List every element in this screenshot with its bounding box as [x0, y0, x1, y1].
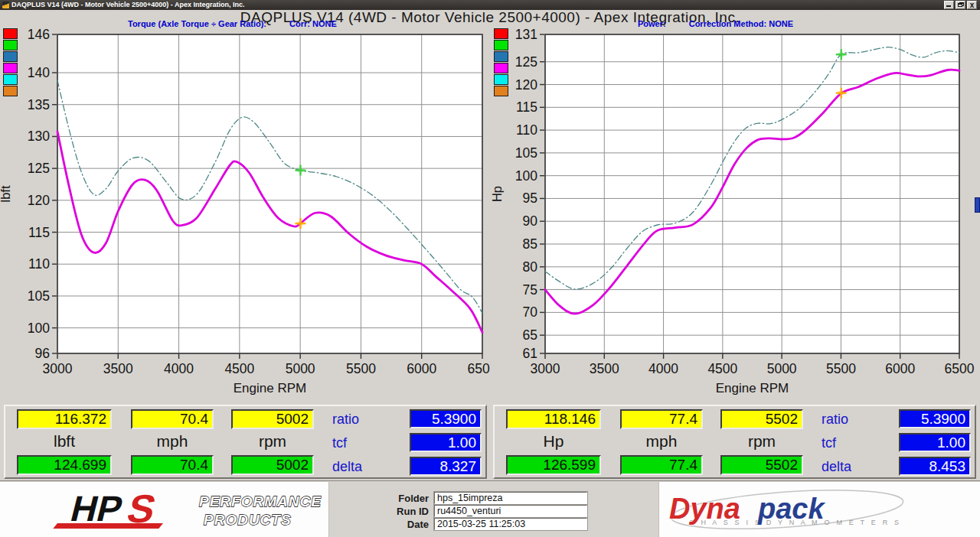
y-tick-label: 110: [28, 256, 50, 272]
x-tick-label: 4000: [648, 361, 678, 376]
y-tick-label: 125: [515, 54, 537, 70]
close-button[interactable]: x: [967, 1, 977, 9]
run-id-label: Run ID: [354, 506, 429, 517]
power-speed-value: 77.4: [620, 409, 703, 429]
y-tick-label: 85: [523, 236, 537, 252]
power-unit-label: Hp: [506, 432, 601, 451]
x-tick-label: 6000: [407, 361, 436, 376]
minimize-button[interactable]: [944, 1, 954, 9]
delta-label: delta: [332, 459, 401, 475]
x-tick-label: 4000: [164, 361, 194, 376]
torque-ref-cursor-value: 124.699: [17, 455, 112, 475]
ratio-value: 5.3900: [410, 409, 482, 428]
app-window: DAQPLUS V14 (4WD - Motor Vehicle 2500+40…: [0, 0, 980, 537]
delta-value: 8.453: [899, 457, 971, 476]
power-ref-rpm-value: 5502: [720, 455, 803, 475]
app-icon: [2, 2, 9, 8]
y-tick-label: 100: [515, 168, 537, 184]
torque-ref-speed-value: 70.4: [131, 455, 214, 475]
torque-data-panel: 116.372 70.4 5002 lbft mph rpm 124.699 7…: [4, 405, 487, 479]
tcf-value: 1.00: [410, 433, 482, 452]
power-data-panel: 118.146 77.4 5502 Hp mph rpm 126.599 77.…: [493, 405, 976, 479]
rpm-unit-label: rpm: [225, 432, 320, 451]
delta-label: delta: [822, 459, 890, 475]
y-tick-label: 96: [35, 346, 50, 361]
y-tick-label: 125: [28, 161, 50, 176]
ratio-label: ratio: [822, 412, 890, 428]
rpm-unit-label: rpm: [714, 432, 809, 451]
ratio-label: ratio: [332, 412, 401, 428]
y-tick-label: 130: [28, 129, 50, 144]
x-tick-label: 4500: [707, 361, 737, 376]
y-tick-label: 120: [515, 77, 537, 93]
date-label: Date: [354, 519, 429, 530]
y-tick-label: 105: [515, 145, 537, 161]
delta-value: 8.327: [410, 457, 482, 476]
folder-input[interactable]: hps_15impreza: [434, 492, 587, 504]
x-tick-label: 3000: [43, 361, 73, 376]
y-tick-label: 90: [523, 213, 538, 229]
torque-ref-rpm-value: 5002: [231, 455, 314, 475]
x-tick-label: 3500: [103, 361, 133, 376]
close-icon: x: [968, 1, 976, 9]
x-tick-label: 5000: [286, 361, 315, 376]
footer-bar: HP S PERFORMANCE PRODUCTS Folder hps_15i…: [0, 480, 980, 537]
x-tick-label: 6500: [945, 361, 975, 376]
dynapack-logo-pack: pack: [757, 493, 825, 525]
y-tick-label: 105: [28, 288, 50, 304]
y-tick-label: 100: [28, 321, 50, 336]
minimize-icon: [946, 5, 951, 7]
y-tick-label: 115: [516, 99, 537, 115]
y-tick-label: 61: [523, 346, 537, 361]
folder-label: Folder: [354, 493, 429, 504]
y-tick-label: 80: [523, 259, 538, 275]
x-axis-label: Engine RPM: [234, 381, 306, 395]
x-tick-label: 3500: [590, 361, 619, 376]
edge-widget[interactable]: [975, 197, 980, 213]
hps-logo: HP S PERFORMANCE PRODUCTS: [44, 490, 322, 532]
tcf-label: tcf: [822, 435, 890, 451]
tcf-label: tcf: [332, 435, 401, 451]
x-tick-label: 3000: [531, 361, 560, 376]
x-axis-label: Engine RPM: [716, 381, 789, 395]
y-axis-label: Hp: [490, 186, 504, 202]
speed-unit-label: mph: [614, 432, 709, 451]
date-input[interactable]: 2015-03-25 11:25:03: [434, 518, 587, 530]
y-tick-label: 75: [523, 282, 537, 298]
y-tick-label: 110: [516, 122, 537, 138]
y-tick-label: 131: [515, 27, 537, 42]
ratio-value: 5.3900: [899, 409, 971, 428]
y-tick-label: 120: [28, 193, 50, 208]
torque-unit-label: lbft: [17, 432, 112, 451]
y-tick-label: 115: [28, 225, 50, 240]
x-tick-label: 6500: [468, 361, 490, 376]
torque-rpm-value: 5002: [231, 409, 314, 429]
power-cursor-value: 118.146: [506, 409, 601, 429]
speed-unit-label: mph: [125, 432, 220, 451]
power-chart[interactable]: 1311251201151101051009590858075706561300…: [490, 26, 980, 399]
hps-logo-line2: PRODUCTS: [204, 512, 292, 528]
torque-cursor-value: 116.372: [17, 409, 112, 429]
y-tick-label: 135: [28, 97, 50, 112]
run-id-input[interactable]: ru4450_venturi: [434, 505, 587, 517]
restore-button[interactable]: [956, 1, 965, 9]
x-tick-label: 5500: [346, 361, 376, 376]
x-tick-label: 4500: [224, 361, 254, 376]
power-ref-speed-value: 77.4: [620, 455, 703, 475]
y-tick-label: 140: [28, 65, 50, 80]
tcf-value: 1.00: [899, 433, 971, 452]
torque-chart[interactable]: 1461401351301251201151101051009630003500…: [0, 26, 490, 399]
y-tick-label: 65: [523, 327, 537, 343]
power-rpm-value: 5502: [720, 409, 803, 429]
x-tick-label: 6000: [885, 361, 915, 376]
hps-logo-line1: PERFORMANCE: [199, 493, 322, 509]
y-tick-label: 70: [523, 304, 538, 320]
x-tick-label: 5000: [767, 361, 797, 376]
torque-speed-value: 70.4: [131, 409, 214, 429]
y-axis-label: lbft: [0, 185, 12, 202]
y-tick-label: 95: [523, 190, 537, 206]
x-tick-label: 5500: [826, 361, 856, 376]
dynapack-logo: C H A S S I S D Y N A M O M E T E R S Dy…: [665, 488, 906, 532]
hps-logo-hp: HP: [67, 490, 126, 529]
power-ref-cursor-value: 126.599: [506, 455, 601, 475]
